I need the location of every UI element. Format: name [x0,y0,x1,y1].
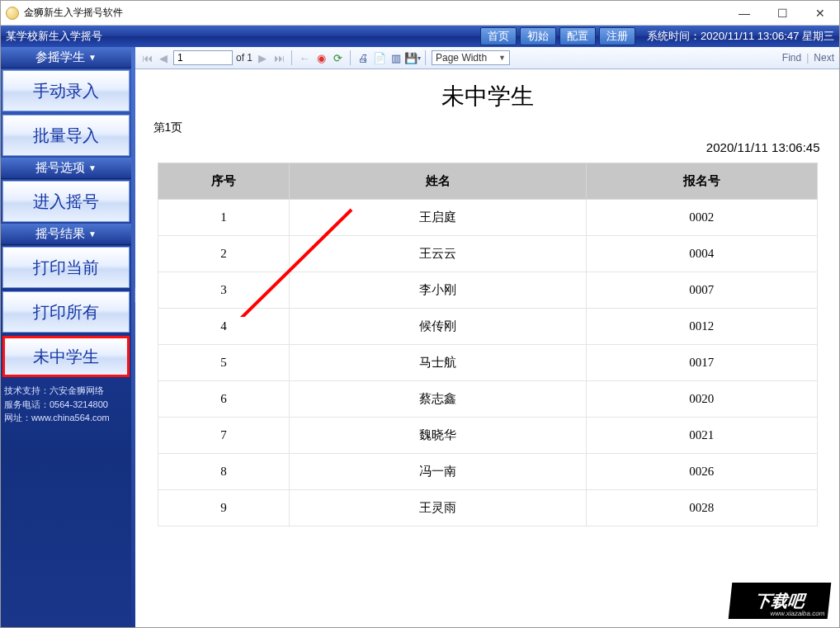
maximize-button[interactable]: ☐ [763,1,801,25]
prev-page-icon[interactable]: ◀ [157,51,170,64]
cell-name: 候传刚 [290,309,587,345]
cell-index: 6 [158,381,290,418]
page-input[interactable] [173,50,233,65]
titlebar: 金狮新生入学摇号软件 — ☐ ✕ [1,1,839,26]
clock-time: 2020/11/11 13:06:47 [701,30,799,42]
report-table: 序号 姓名 报名号 1王启庭00022王云云00043李小刚00074候传刚00… [158,163,818,526]
window-title: 金狮新生入学摇号软件 [24,6,123,20]
tab-home[interactable]: 首页 [480,27,517,45]
close-button[interactable]: ✕ [801,1,839,25]
cell-regid: 0012 [586,309,817,345]
cell-name: 王启庭 [290,200,587,236]
first-page-icon[interactable]: ⏮ [140,51,153,64]
app-header: 某学校新生入学摇号 首页 初始 配置 注册 系统时间：2020/11/11 13… [1,26,839,47]
table-row: 5马士航0017 [158,345,817,381]
cell-regid: 0017 [586,345,817,381]
support-line2: 服务电话：0564-3214800 [4,398,128,412]
next-link[interactable]: Next [814,52,834,64]
sidebar-section-label: 摇号选项 [35,160,85,176]
manual-entry-button[interactable]: 手动录入 [2,70,130,111]
tab-register[interactable]: 注册 [599,27,635,45]
back-icon[interactable]: ← [298,51,311,64]
report-timestamp: 2020/11/11 13:06:45 [145,140,820,154]
export-icon[interactable]: 💾▾ [406,51,419,64]
sidebar-section-options[interactable]: 摇号选项▼ [1,158,131,179]
print-icon[interactable]: 🖨 [356,51,370,64]
cell-index: 3 [158,272,290,309]
cell-name: 冯一南 [290,454,587,490]
report-document: 未中学生 第1页 2020/11/11 13:06:45 序号 姓名 报名号 1… [145,69,830,560]
page-of-label: of 1 [236,52,252,64]
table-row: 9王灵雨0028 [158,490,817,526]
tab-config[interactable]: 配置 [559,27,596,45]
page-setup-icon[interactable]: ▥ [389,51,403,64]
sidebar-section-results[interactable]: 摇号结果▼ [1,224,131,245]
table-row: 6蔡志鑫0020 [158,381,817,418]
enter-lottery-button[interactable]: 进入摇号 [2,181,130,222]
minimize-button[interactable]: — [725,1,763,25]
next-page-icon[interactable]: ▶ [256,51,269,64]
print-layout-icon[interactable]: 📄 [373,51,386,64]
cell-name: 蔡志鑫 [290,381,587,418]
cell-regid: 0020 [586,381,817,418]
cell-index: 5 [158,345,290,381]
table-row: 3李小刚0007 [158,272,817,309]
app-body: 参摇学生▼ 手动录入 批量导入 摇号选项▼ 进入摇号 摇号结果▼ 打印当前 打印… [1,47,839,627]
chevron-down-icon: ▼ [88,229,97,238]
table-row: 1王启庭0002 [158,200,817,236]
clock-weekday: 星期三 [802,30,834,42]
table-row: 2王云云0004 [158,236,817,272]
cell-name: 魏晓华 [290,418,587,454]
app-icon [6,7,19,20]
cell-regid: 0026 [586,454,817,490]
col-name: 姓名 [290,163,587,200]
refresh-icon[interactable]: ⟳ [331,51,344,64]
print-all-button[interactable]: 打印所有 [2,291,130,333]
report-title: 未中学生 [145,81,830,112]
cell-index: 1 [158,200,290,236]
clock-prefix: 系统时间： [647,30,701,42]
tab-init[interactable]: 初始 [520,27,556,45]
chevron-down-icon: ▼ [498,54,506,62]
cell-index: 9 [158,490,290,526]
report-page-label: 第1页 [153,120,830,135]
zoom-select[interactable]: Page Width ▼ [432,50,510,65]
sidebar-section-label: 参摇学生 [35,50,85,65]
col-regid: 报名号 [586,163,817,200]
sidebar: 参摇学生▼ 手动录入 批量导入 摇号选项▼ 进入摇号 摇号结果▼ 打印当前 打印… [1,47,131,627]
cell-index: 4 [158,309,290,345]
viewer-toolbar: ⏮ ◀ of 1 ▶ ⏭ ← ◉ ⟳ 🖨 📄 ▥ 💾▾ Page Width ▼ [135,47,839,69]
cell-regid: 0021 [586,418,817,454]
report-area[interactable]: 未中学生 第1页 2020/11/11 13:06:45 序号 姓名 报名号 1… [135,69,839,627]
cell-name: 马士航 [290,345,587,381]
cell-regid: 0002 [586,200,817,236]
support-line3: 网址：www.china564.com [4,411,128,425]
sidebar-section-label: 摇号结果 [35,226,85,242]
sidebar-section-participants[interactable]: 参摇学生▼ [1,47,131,68]
cell-name: 王灵雨 [290,490,587,526]
support-line1: 技术支持：六安金狮网络 [4,384,128,398]
table-header-row: 序号 姓名 报名号 [158,163,817,200]
last-page-icon[interactable]: ⏭ [272,51,286,64]
header-tabs: 首页 初始 配置 注册 系统时间：2020/11/11 13:06:47 星期三 [480,27,834,45]
stop-icon[interactable]: ◉ [314,51,328,64]
table-row: 4候传刚0012 [158,309,817,345]
watermark-text: 下载吧 [754,590,806,612]
table-row: 8冯一南0026 [158,454,817,490]
cell-name: 李小刚 [290,272,587,309]
print-current-button[interactable]: 打印当前 [2,247,130,288]
not-selected-button[interactable]: 未中学生 [2,336,130,377]
table-row: 7魏晓华0021 [158,418,817,454]
cell-name: 王云云 [290,236,587,272]
find-link[interactable]: Find [782,52,801,64]
chevron-down-icon: ▼ [88,53,97,62]
col-index: 序号 [158,163,290,200]
watermark: 下载吧 www.xiazaiba.com [729,583,832,619]
cell-index: 8 [158,454,290,490]
cell-regid: 0028 [586,490,817,526]
cell-regid: 0007 [586,272,817,309]
batch-import-button[interactable]: 批量导入 [2,115,130,156]
chevron-down-icon: ▼ [88,163,97,172]
cell-regid: 0004 [586,236,817,272]
cell-index: 7 [158,418,290,454]
